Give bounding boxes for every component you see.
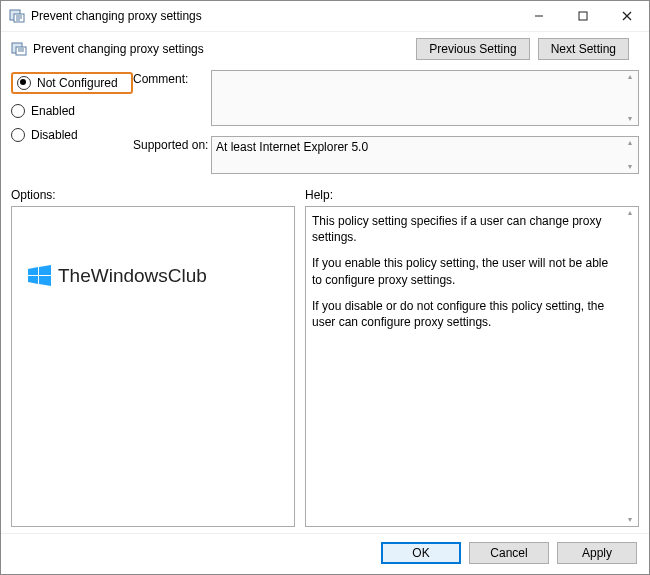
svg-rect-6 <box>579 12 587 20</box>
windows-logo-icon <box>26 263 52 289</box>
config-area: Not Configured Enabled Disabled Comment:… <box>1 66 649 182</box>
svg-marker-14 <box>39 265 51 275</box>
scroll-down-icon: ▾ <box>628 516 632 524</box>
supported-on-label: Supported on: <box>133 136 211 152</box>
help-paragraph: If you enable this policy setting, the u… <box>312 255 620 287</box>
help-label: Help: <box>305 188 639 202</box>
titlebar: Prevent changing proxy settings <box>1 1 649 32</box>
svg-marker-15 <box>28 276 38 284</box>
scroll-down-icon: ▾ <box>628 163 632 171</box>
watermark: TheWindowsClub <box>26 263 207 289</box>
radio-disabled[interactable] <box>11 128 25 142</box>
window-title: Prevent changing proxy settings <box>31 9 517 23</box>
window-controls <box>517 1 649 31</box>
scrollbar[interactable]: ▴ ▾ <box>624 73 636 123</box>
scrollbar[interactable]: ▴ ▾ <box>624 139 636 171</box>
radio-label: Enabled <box>31 104 75 118</box>
comment-input[interactable]: ▴ ▾ <box>211 70 639 126</box>
scroll-down-icon: ▾ <box>628 115 632 123</box>
policy-editor-window: Prevent changing proxy settings Prevent … <box>0 0 650 575</box>
subheader: Prevent changing proxy settings Previous… <box>1 32 649 66</box>
radio-not-configured[interactable] <box>17 76 31 90</box>
supported-on-value: At least Internet Explorer 5.0 <box>216 140 368 154</box>
radio-label: Disabled <box>31 128 78 142</box>
policy-icon <box>11 41 27 57</box>
help-paragraph: This policy setting specifies if a user … <box>312 213 620 245</box>
radio-label: Not Configured <box>37 76 118 90</box>
scroll-up-icon: ▴ <box>628 209 632 217</box>
maximize-icon <box>578 11 588 21</box>
next-setting-button[interactable]: Next Setting <box>538 38 629 60</box>
comment-label: Comment: <box>133 70 211 86</box>
help-panel: This policy setting specifies if a user … <box>305 206 639 527</box>
scroll-up-icon: ▴ <box>628 139 632 147</box>
svg-marker-16 <box>39 276 51 286</box>
minimize-button[interactable] <box>517 1 561 31</box>
watermark-text: TheWindowsClub <box>58 265 207 287</box>
options-label: Options: <box>11 188 295 202</box>
policy-icon <box>9 8 25 24</box>
ok-button[interactable]: OK <box>381 542 461 564</box>
options-panel: TheWindowsClub <box>11 206 295 527</box>
supported-on-box: At least Internet Explorer 5.0 ▴ ▾ <box>211 136 639 174</box>
svg-marker-13 <box>28 267 38 275</box>
cancel-button[interactable]: Cancel <box>469 542 549 564</box>
radio-enabled[interactable] <box>11 104 25 118</box>
help-paragraph: If you disable or do not configure this … <box>312 298 620 330</box>
close-icon <box>622 11 632 21</box>
minimize-icon <box>534 11 544 21</box>
highlight-not-configured: Not Configured <box>11 72 133 94</box>
previous-setting-button[interactable]: Previous Setting <box>416 38 529 60</box>
apply-button[interactable]: Apply <box>557 542 637 564</box>
state-radio-group: Not Configured Enabled Disabled <box>11 70 133 142</box>
lower-panels: Options: TheWindowsClub Help: This polic… <box>1 182 649 533</box>
maximize-button[interactable] <box>561 1 605 31</box>
policy-name: Prevent changing proxy settings <box>33 42 416 56</box>
dialog-footer: OK Cancel Apply <box>1 533 649 574</box>
scroll-up-icon: ▴ <box>628 73 632 81</box>
close-button[interactable] <box>605 1 649 31</box>
scrollbar[interactable]: ▴ ▾ <box>624 209 636 524</box>
